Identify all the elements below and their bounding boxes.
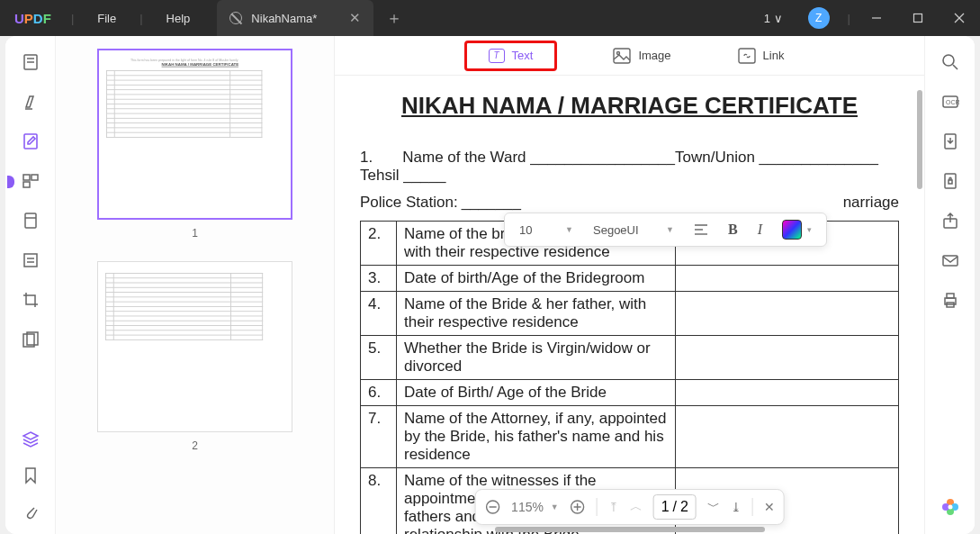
- page-nav-toolbar: 115% ▼ ⤒ ︿ 1 / 2 ﹀ ⤓ ✕: [474, 489, 785, 525]
- left-toolbar: [5, 36, 56, 534]
- svg-rect-19: [614, 49, 630, 63]
- svg-rect-12: [25, 213, 36, 228]
- document-viewport: T Text Image Link NIKAH NAMA / MARRIAGE …: [335, 36, 924, 534]
- color-picker-button[interactable]: ▾: [773, 216, 821, 243]
- titlebar-right: 1 ∨ Z |: [751, 0, 980, 36]
- next-page-button[interactable]: ﹀: [707, 499, 720, 515]
- current-page: 1: [661, 499, 670, 515]
- attachment-icon[interactable]: [21, 502, 40, 521]
- page-input-box[interactable]: 1 / 2: [653, 494, 697, 520]
- edit-text-button[interactable]: T Text: [464, 41, 558, 71]
- search-icon[interactable]: [940, 52, 960, 72]
- link-icon: [738, 48, 756, 64]
- svg-point-30: [943, 55, 954, 66]
- thumbnail-panel: This form has been prepared in the light…: [56, 36, 335, 534]
- align-button[interactable]: [685, 220, 717, 240]
- share-icon[interactable]: [940, 211, 960, 231]
- zoom-in-button[interactable]: [570, 499, 586, 515]
- vertical-scrollbar[interactable]: [917, 90, 922, 189]
- thumbnail-label-1: 1: [97, 227, 292, 240]
- zoom-out-button[interactable]: [484, 499, 500, 515]
- document-page[interactable]: NIKAH NAMA / MARRIAGE CERTIFICATE 1. Nam…: [335, 76, 924, 534]
- svg-rect-14: [24, 254, 37, 267]
- edit-link-button[interactable]: Link: [727, 42, 796, 69]
- svg-rect-21: [739, 49, 755, 63]
- protect-icon[interactable]: [940, 171, 960, 191]
- titlebar: UPDF | File | Help NikahNama* ✕ ＋ 1 ∨ Z …: [0, 0, 980, 36]
- horizontal-scrollbar[interactable]: [495, 527, 765, 532]
- tab-close-button[interactable]: ✕: [349, 10, 361, 26]
- edit-image-button[interactable]: Image: [602, 42, 681, 69]
- reader-tool-icon[interactable]: [21, 52, 40, 72]
- separator: |: [842, 12, 856, 25]
- close-nav-button[interactable]: ✕: [764, 500, 775, 514]
- tab-add-button[interactable]: ＋: [386, 7, 402, 29]
- user-avatar[interactable]: Z: [808, 7, 830, 29]
- menu-help[interactable]: Help: [148, 12, 209, 25]
- zoom-level-dropdown[interactable]: 115% ▼: [511, 500, 559, 514]
- document-tab[interactable]: NikahNama* ✕: [217, 0, 373, 36]
- bold-button[interactable]: B: [719, 218, 747, 241]
- main-area: This form has been prepared in the light…: [5, 36, 975, 534]
- thumbnail-page-2[interactable]: [97, 261, 292, 432]
- crop-tool-icon[interactable]: [21, 290, 40, 310]
- bookmark-icon[interactable]: [21, 466, 40, 485]
- svg-text:OCR: OCR: [946, 99, 959, 105]
- image-icon: [613, 48, 631, 64]
- color-swatch-icon: [782, 220, 802, 240]
- ai-assistant-icon[interactable]: [940, 496, 961, 518]
- svg-rect-9: [23, 175, 30, 180]
- svg-rect-8: [24, 134, 37, 149]
- table-row: 4.Name of the Bride & her father, with t…: [361, 292, 899, 336]
- menu-file[interactable]: File: [79, 12, 134, 25]
- page-sep: /: [673, 499, 677, 515]
- last-page-button[interactable]: ⤓: [731, 500, 742, 514]
- app-logo: UPDF: [0, 11, 66, 26]
- font-size-dropdown[interactable]: 10▼: [510, 220, 582, 240]
- close-button[interactable]: [939, 0, 980, 36]
- edit-link-label: Link: [763, 49, 785, 62]
- italic-button[interactable]: I: [749, 218, 771, 241]
- separator: |: [66, 12, 79, 25]
- edit-toolbar: T Text Image Link: [335, 36, 924, 76]
- separator: [597, 498, 598, 516]
- tab-title: NikahNama*: [251, 12, 317, 25]
- table-row: 3.Date of birth/Age of the Bridegroom: [361, 266, 899, 292]
- form-tool-icon[interactable]: [21, 250, 40, 270]
- font-family-dropdown[interactable]: SegoeUI▼: [584, 220, 683, 240]
- layers-icon[interactable]: [21, 430, 40, 449]
- table-row: 6.Date of Birth/ Age of the Bride: [361, 380, 899, 406]
- maximize-button[interactable]: [897, 0, 939, 36]
- document-table: 2.Name of the bridegroom & his father, w…: [360, 221, 899, 534]
- table-row: 5.Whether the Bride is Virgin/widow or d…: [361, 336, 899, 380]
- email-icon[interactable]: [940, 250, 960, 270]
- edit-text-label: Text: [512, 49, 534, 62]
- svg-rect-1: [914, 14, 922, 23]
- highlight-tool-icon[interactable]: [21, 92, 40, 112]
- prev-page-button[interactable]: ︿: [630, 499, 643, 515]
- organize-tool-icon[interactable]: [21, 171, 40, 191]
- thumbnail-label-2: 2: [97, 439, 292, 452]
- svg-line-31: [953, 65, 958, 69]
- svg-rect-10: [31, 175, 38, 180]
- svg-rect-35: [945, 174, 956, 188]
- ocr-icon[interactable]: OCR: [940, 92, 960, 112]
- window-count-indicator[interactable]: 1 ∨: [751, 12, 796, 25]
- thumbnail-page-1[interactable]: This form has been prepared in the light…: [97, 49, 292, 220]
- doc-field-police: Police Station:_______ narriage: [360, 194, 899, 212]
- page-tool-icon[interactable]: [21, 211, 40, 231]
- minimize-button[interactable]: [856, 0, 897, 36]
- left-toolbar-bottom: [21, 430, 40, 521]
- svg-rect-11: [23, 182, 30, 187]
- first-page-button[interactable]: ⤒: [608, 500, 619, 514]
- svg-rect-38: [943, 256, 958, 266]
- redact-tool-icon[interactable]: [21, 330, 40, 349]
- table-row: 7.Name of the Attorney, if any, appointe…: [361, 406, 899, 468]
- right-toolbar: OCR: [924, 36, 975, 534]
- svg-rect-36: [949, 180, 952, 184]
- svg-point-46: [948, 505, 952, 510]
- svg-rect-40: [947, 294, 954, 298]
- print-icon[interactable]: [940, 290, 960, 310]
- edit-tool-icon[interactable]: [21, 131, 40, 151]
- export-icon[interactable]: [940, 131, 960, 151]
